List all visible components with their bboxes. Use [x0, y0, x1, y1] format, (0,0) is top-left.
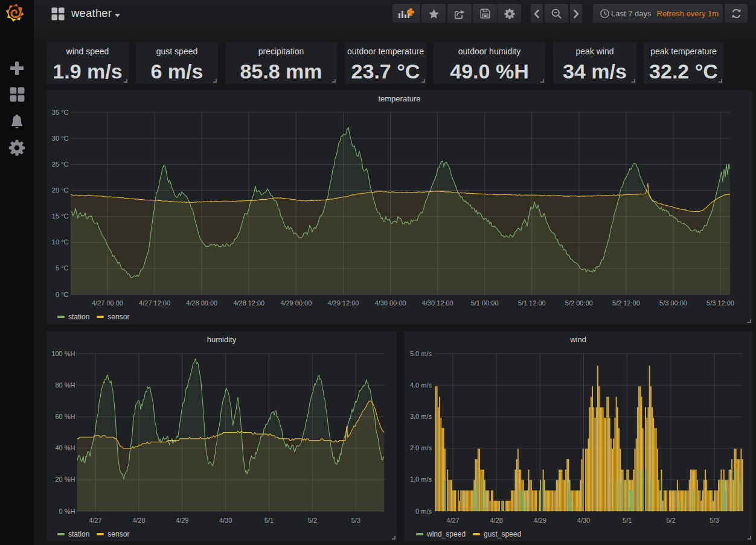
svg-text:4/27: 4/27: [89, 517, 101, 524]
svg-text:4/28: 4/28: [132, 517, 145, 524]
svg-text:1.0 m/s: 1.0 m/s: [410, 476, 432, 483]
svg-text:5/3 00:00: 5/3 00:00: [659, 299, 687, 307]
svg-text:4/29 00:00: 4/29 00:00: [280, 299, 312, 307]
svg-text:60 %H: 60 %H: [55, 413, 75, 420]
svg-text:4/30: 4/30: [219, 517, 232, 524]
svg-text:4/30: 4/30: [577, 517, 590, 524]
svg-text:4/29: 4/29: [534, 517, 546, 524]
svg-text:5/2 00:00: 5/2 00:00: [565, 299, 593, 307]
svg-text:5/2: 5/2: [666, 517, 675, 524]
svg-text:2.0 m/s: 2.0 m/s: [410, 444, 432, 451]
svg-text:20 %H: 20 %H: [55, 476, 75, 483]
svg-text:0 °C: 0 °C: [56, 291, 69, 298]
svg-text:5/2 12:00: 5/2 12:00: [612, 299, 640, 307]
svg-text:35 °C: 35 °C: [52, 109, 69, 116]
svg-text:5/3: 5/3: [351, 517, 360, 524]
svg-text:5.0 m/s: 5.0 m/s: [410, 350, 432, 357]
svg-text:25 °C: 25 °C: [52, 161, 69, 168]
svg-text:5/1 00:00: 5/1 00:00: [471, 299, 499, 307]
svg-text:4/27 12:00: 4/27 12:00: [139, 299, 170, 307]
svg-text:3.0 m/s: 3.0 m/s: [410, 413, 432, 420]
svg-text:4/28: 4/28: [490, 517, 502, 524]
svg-text:40 %H: 40 %H: [55, 444, 75, 451]
svg-text:4.0 m/s: 4.0 m/s: [410, 381, 432, 389]
svg-text:30 °C: 30 °C: [52, 135, 69, 142]
svg-text:5/2: 5/2: [308, 517, 317, 524]
svg-text:4/27 00:00: 4/27 00:00: [92, 299, 123, 307]
svg-text:5 °C: 5 °C: [56, 264, 69, 272]
svg-text:20 °C: 20 °C: [52, 186, 69, 194]
svg-text:4/30 00:00: 4/30 00:00: [375, 299, 406, 307]
svg-text:4/28 12:00: 4/28 12:00: [233, 299, 264, 307]
svg-text:4/29: 4/29: [176, 517, 188, 524]
svg-text:10 °C: 10 °C: [52, 238, 69, 246]
svg-text:15 °C: 15 °C: [52, 212, 69, 220]
svg-text:4/29 12:00: 4/29 12:00: [327, 299, 359, 307]
svg-text:100 %H: 100 %H: [51, 350, 75, 357]
svg-text:80 %H: 80 %H: [55, 381, 75, 389]
svg-text:4/30 12:00: 4/30 12:00: [422, 299, 453, 307]
svg-text:5/1 12:00: 5/1 12:00: [518, 299, 546, 307]
svg-text:5/1: 5/1: [623, 517, 632, 524]
svg-text:4/28 00:00: 4/28 00:00: [186, 299, 217, 307]
svg-text:0 m/s: 0 m/s: [415, 508, 432, 515]
svg-text:5/3: 5/3: [710, 517, 719, 524]
svg-text:5/1: 5/1: [264, 517, 274, 524]
svg-text:5/3 12:00: 5/3 12:00: [706, 299, 734, 307]
svg-text:4/27: 4/27: [446, 517, 459, 524]
svg-text:0 %H: 0 %H: [59, 508, 75, 515]
